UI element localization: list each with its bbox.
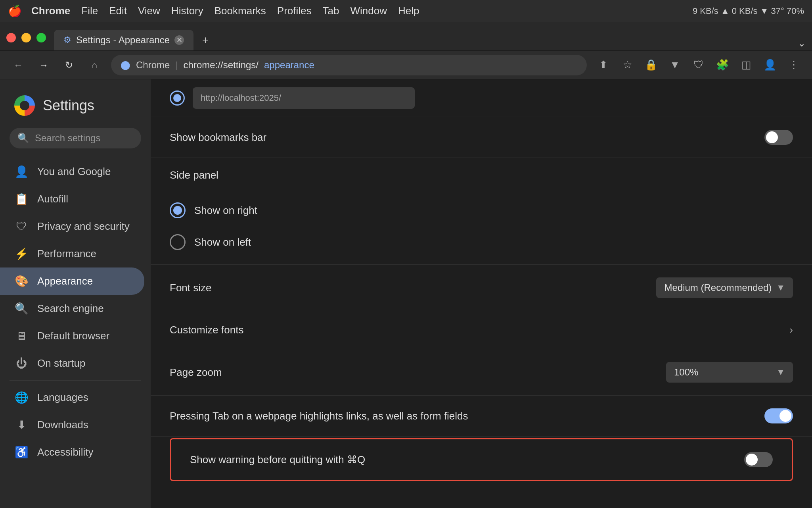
- sidebar-item-label-accessibility: Accessibility: [37, 446, 94, 458]
- settings-search[interactable]: 🔍 Search settings: [10, 128, 141, 148]
- share-button[interactable]: ⬆: [595, 56, 612, 74]
- menu-bar: Chrome File Edit View History Bookmarks …: [31, 5, 686, 17]
- show-on-right-radio[interactable]: [170, 202, 186, 218]
- tab-highlight-row: Pressing Tab on a webpage highlights lin…: [151, 396, 812, 437]
- menu-file[interactable]: File: [81, 5, 98, 17]
- address-chrome-label: Chrome: [136, 60, 170, 71]
- extension-button-3[interactable]: 🛡: [690, 56, 707, 74]
- menu-chrome[interactable]: Chrome: [31, 5, 70, 17]
- performance-icon: ⚡: [14, 247, 29, 260]
- menu-help[interactable]: Help: [398, 5, 419, 17]
- titlebar: 🍎 Chrome File Edit View History Bookmark…: [0, 0, 812, 22]
- show-bookmarks-bar-row: Show bookmarks bar: [151, 117, 812, 158]
- back-button[interactable]: ←: [10, 56, 27, 74]
- close-window-button[interactable]: [6, 33, 16, 42]
- menu-bookmarks[interactable]: Bookmarks: [214, 5, 266, 17]
- search-placeholder: Search settings: [35, 133, 100, 144]
- sidebar-item-privacy-security[interactable]: 🛡 Privacy and security: [0, 213, 144, 240]
- minimize-window-button[interactable]: [21, 33, 31, 42]
- font-size-dropdown[interactable]: Medium (Recommended) ▼: [656, 277, 793, 298]
- home-button[interactable]: ⌂: [86, 56, 103, 74]
- page-zoom-row: Page zoom 100% ▼: [151, 349, 812, 396]
- show-bookmarks-bar-toggle[interactable]: [764, 130, 793, 145]
- font-size-value: Medium (Recommended): [664, 282, 772, 293]
- main-layout: Settings 🔍 Search settings 👤 You and Goo…: [0, 79, 812, 508]
- menu-edit[interactable]: Edit: [109, 5, 127, 17]
- show-on-left-radio[interactable]: [170, 234, 186, 250]
- settings-header: Settings: [0, 87, 151, 128]
- sidebar-item-label-privacy: Privacy and security: [37, 220, 130, 233]
- sidebar-toggle-button[interactable]: ◫: [737, 56, 755, 74]
- extension-button-2[interactable]: ▼: [666, 56, 684, 74]
- menu-profiles[interactable]: Profiles: [277, 5, 312, 17]
- settings-title: Settings: [43, 97, 94, 114]
- address-bar[interactable]: ⬤ Chrome | chrome://settings/appearance: [111, 55, 587, 75]
- system-status: 9 KB/s ▲ 0 KB/s ▼ 37° 70%: [693, 6, 804, 16]
- menu-view[interactable]: View: [138, 5, 160, 17]
- navigation-bar: ← → ↻ ⌂ ⬤ Chrome | chrome://settings/app…: [0, 51, 812, 79]
- sidebar-item-downloads[interactable]: ⬇ Downloads: [0, 411, 144, 439]
- extensions-button[interactable]: 🧩: [714, 56, 731, 74]
- more-button[interactable]: ⋮: [785, 56, 802, 74]
- page-zoom-dropdown[interactable]: 100% ▼: [666, 362, 793, 383]
- sidebar-item-appearance[interactable]: 🎨 Appearance: [0, 267, 144, 295]
- sidebar-item-autofill[interactable]: 📋 Autofill: [0, 185, 144, 213]
- address-url-prefix: chrome://settings/: [184, 60, 259, 71]
- fullscreen-window-button[interactable]: [36, 33, 46, 42]
- new-tab-button[interactable]: +: [197, 31, 214, 49]
- font-size-label: Font size: [170, 282, 212, 294]
- menu-tab[interactable]: Tab: [323, 5, 339, 17]
- show-warning-toggle-knob: [746, 454, 758, 466]
- default-browser-icon: 🖥: [14, 329, 29, 343]
- sidebar-item-accessibility[interactable]: ♿ Accessibility: [0, 439, 144, 466]
- forward-button[interactable]: →: [35, 56, 52, 74]
- customize-fonts-row[interactable]: Customize fonts ›: [151, 311, 812, 349]
- show-bookmarks-bar-label: Show bookmarks bar: [170, 131, 266, 144]
- menu-history[interactable]: History: [171, 5, 203, 17]
- font-size-dropdown-arrow: ▼: [776, 283, 785, 293]
- page-zoom-dropdown-arrow: ▼: [776, 367, 785, 377]
- toggle-knob: [766, 131, 778, 143]
- show-warning-toggle[interactable]: [744, 452, 773, 467]
- sidebar-item-label-on-startup: On startup: [37, 357, 85, 369]
- tab-highlight-toggle[interactable]: [764, 408, 793, 423]
- address-separator: |: [175, 60, 178, 71]
- menu-window[interactable]: Window: [350, 5, 387, 17]
- page-zoom-value: 100%: [674, 367, 698, 378]
- traffic-lights: [6, 33, 46, 42]
- apple-menu[interactable]: 🍎: [8, 4, 22, 17]
- font-size-row: Font size Medium (Recommended) ▼: [151, 265, 812, 311]
- accessibility-icon: ♿: [14, 446, 29, 459]
- show-on-right-option[interactable]: Show on right: [170, 194, 793, 226]
- sidebar-item-label-search-engine: Search engine: [37, 302, 104, 315]
- show-warning-row: Show warning before quitting with ⌘Q: [170, 438, 793, 481]
- bookmark-button[interactable]: ☆: [619, 56, 636, 74]
- customize-fonts-chevron: ›: [789, 324, 793, 336]
- reload-button[interactable]: ↻: [60, 56, 78, 74]
- side-panel-label: Side panel: [170, 169, 218, 181]
- sidebar-item-performance[interactable]: ⚡ Performance: [0, 240, 144, 267]
- sidebar-item-languages[interactable]: 🌐 Languages: [0, 384, 144, 411]
- tab-close-button[interactable]: ✕: [174, 35, 184, 45]
- page-zoom-label: Page zoom: [170, 366, 222, 379]
- settings-logo: [14, 95, 35, 116]
- show-on-left-label: Show on left: [194, 236, 251, 248]
- tab-title: Settings - Appearance: [76, 35, 170, 46]
- sidebar-item-search-engine[interactable]: 🔍 Search engine: [0, 295, 144, 322]
- sidebar-item-you-google[interactable]: 👤 You and Google: [0, 158, 144, 185]
- settings-tab[interactable]: ⚙ Settings - Appearance ✕: [54, 30, 193, 50]
- sidebar-item-on-startup[interactable]: ⏻ On startup: [0, 350, 144, 377]
- extension-button-1[interactable]: 🔒: [642, 56, 660, 74]
- profile-button[interactable]: 👤: [761, 56, 779, 74]
- on-startup-icon: ⏻: [14, 357, 29, 370]
- show-warning-label: Show warning before quitting with ⌘Q: [190, 454, 365, 466]
- sidebar-item-label-performance: Performance: [37, 248, 96, 260]
- sidebar-item-label-languages: Languages: [37, 391, 88, 404]
- show-on-left-option[interactable]: Show on left: [170, 226, 793, 258]
- sidebar-item-label-you-google: You and Google: [37, 165, 111, 178]
- you-google-icon: 👤: [14, 165, 29, 178]
- tab-expand-button[interactable]: ⌄: [798, 38, 806, 49]
- partial-radio-selected[interactable]: [170, 90, 185, 106]
- sidebar-item-default-browser[interactable]: 🖥 Default browser: [0, 322, 144, 350]
- nav-action-buttons: ⬆ ☆ 🔒 ▼ 🛡 🧩 ◫ 👤 ⋮: [595, 56, 802, 74]
